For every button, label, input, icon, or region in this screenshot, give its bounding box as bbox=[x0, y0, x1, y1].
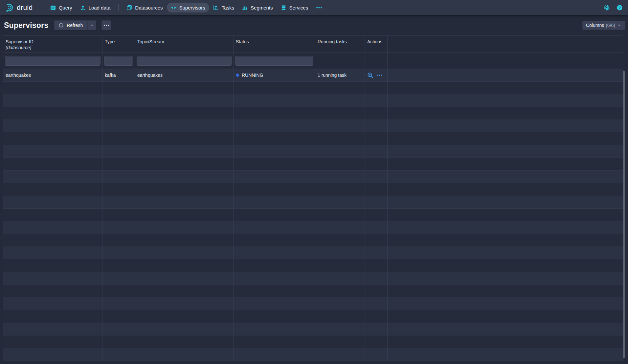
cell-status bbox=[233, 348, 315, 361]
cell-type bbox=[102, 171, 135, 183]
cell-topic-stream bbox=[135, 145, 233, 158]
cell-supervisor-id bbox=[3, 183, 102, 196]
cell-type bbox=[102, 145, 135, 158]
cell-topic-stream bbox=[135, 335, 233, 348]
cell-filler bbox=[387, 272, 623, 285]
cell-supervisor-id[interactable]: earthquakes bbox=[3, 69, 102, 82]
druid-logo[interactable]: druid bbox=[5, 3, 33, 12]
nav-item-label: Services bbox=[289, 5, 308, 11]
settings-button[interactable] bbox=[604, 5, 610, 11]
cell-actions bbox=[365, 171, 387, 183]
nav-right-actions: ? bbox=[604, 5, 623, 11]
cell-supervisor-id bbox=[3, 247, 102, 260]
cell-topic-stream bbox=[135, 323, 233, 336]
nav-item-label: Tasks bbox=[222, 5, 234, 11]
refresh-button[interactable]: Refresh bbox=[54, 20, 87, 30]
columns-button[interactable]: Columns (6/6) bbox=[582, 21, 625, 30]
cell-supervisor-id bbox=[3, 272, 102, 285]
supervisor-id-filter-input[interactable] bbox=[5, 56, 101, 66]
cell-type bbox=[102, 285, 135, 298]
row-more-actions-icon[interactable] bbox=[376, 74, 383, 76]
cell-running-tasks[interactable]: 1 running task bbox=[315, 69, 365, 82]
vertical-scrollbar[interactable] bbox=[623, 71, 625, 358]
nav-item-load-data[interactable]: Load data bbox=[76, 3, 115, 12]
filter-cell bbox=[387, 53, 623, 69]
cell-status bbox=[233, 310, 315, 323]
column-header-type[interactable]: Type bbox=[102, 36, 135, 52]
table-row-earthquakes[interactable]: earthquakes kafka earthquakes RUNNING 1 … bbox=[3, 69, 623, 82]
column-header-topic-stream[interactable]: Topic/Stream bbox=[135, 36, 233, 52]
cell-type bbox=[102, 82, 135, 95]
column-header-running-tasks[interactable]: Running tasks bbox=[315, 36, 365, 52]
columns-label: Columns bbox=[586, 23, 604, 28]
status-filter-input[interactable] bbox=[235, 56, 313, 66]
cell-filler bbox=[387, 323, 623, 336]
topic-stream-filter-input[interactable] bbox=[137, 56, 232, 66]
cell-running-tasks bbox=[315, 310, 365, 323]
cell-filler bbox=[387, 132, 623, 145]
cell-supervisor-id bbox=[3, 285, 102, 298]
nav-item-supervisors[interactable]: Supervisors bbox=[167, 3, 209, 12]
cell-topic-stream bbox=[135, 310, 233, 323]
header-more-button[interactable] bbox=[101, 20, 111, 30]
cell-filler bbox=[387, 145, 623, 158]
nav-item-label: Query bbox=[59, 5, 72, 11]
table-row bbox=[3, 259, 623, 272]
refresh-interval-dropdown[interactable] bbox=[87, 20, 96, 30]
nav-item-segments[interactable]: Segments bbox=[238, 3, 277, 12]
cell-topic-stream bbox=[135, 221, 233, 234]
cell-filler bbox=[387, 69, 623, 82]
nav-item-datasources[interactable]: Datasources bbox=[123, 3, 167, 12]
nav-item-tasks[interactable]: Tasks bbox=[209, 3, 238, 12]
cell-status bbox=[233, 259, 315, 272]
column-header-actions[interactable]: Actions bbox=[365, 36, 387, 52]
cell-status bbox=[233, 285, 315, 298]
column-header-status[interactable]: Status bbox=[233, 36, 315, 52]
gear-icon bbox=[604, 5, 610, 11]
type-filter-input[interactable] bbox=[104, 56, 133, 66]
cell-actions bbox=[365, 183, 387, 196]
cell-topic-stream bbox=[135, 234, 233, 247]
column-header-label: Running tasks bbox=[318, 39, 362, 45]
column-header-supervisor-id[interactable]: Supervisor ID (datasource) bbox=[3, 36, 102, 52]
more-icon bbox=[316, 7, 322, 9]
nav-item-query[interactable]: Query bbox=[46, 3, 76, 12]
table-row bbox=[3, 285, 623, 298]
help-button[interactable]: ? bbox=[617, 5, 623, 11]
table-row bbox=[3, 221, 623, 234]
inspect-payload-icon[interactable] bbox=[367, 72, 373, 78]
eye-icon bbox=[171, 5, 176, 11]
cell-type bbox=[102, 247, 135, 260]
cell-supervisor-id bbox=[3, 82, 102, 95]
column-header-sublabel: (datasource) bbox=[6, 45, 100, 51]
nav-item-services[interactable]: Services bbox=[277, 3, 312, 12]
query-icon bbox=[50, 5, 56, 11]
cell-status[interactable]: RUNNING bbox=[233, 69, 315, 82]
cell-status bbox=[233, 234, 315, 247]
cell-actions bbox=[365, 234, 387, 247]
cell-type bbox=[102, 158, 135, 171]
table-row bbox=[3, 82, 623, 95]
cell-status bbox=[233, 272, 315, 285]
cell-status bbox=[233, 221, 315, 234]
cell-actions bbox=[365, 323, 387, 336]
table-row bbox=[3, 196, 623, 209]
cell-running-tasks bbox=[315, 348, 365, 361]
cell-type[interactable]: kafka bbox=[102, 69, 135, 82]
cell-type bbox=[102, 132, 135, 145]
cell-filler bbox=[387, 234, 623, 247]
table-row bbox=[3, 323, 623, 336]
nav-more-button[interactable] bbox=[312, 3, 326, 12]
filter-row bbox=[3, 53, 623, 69]
cell-actions bbox=[365, 145, 387, 158]
cell-supervisor-id bbox=[3, 259, 102, 272]
cell-running-tasks bbox=[315, 94, 365, 107]
cell-actions bbox=[365, 348, 387, 361]
cell-supervisor-id bbox=[3, 132, 102, 145]
cell-status bbox=[233, 247, 315, 260]
cell-topic-stream bbox=[135, 196, 233, 209]
more-icon bbox=[103, 24, 109, 26]
cell-actions bbox=[365, 247, 387, 260]
column-header-label: Actions bbox=[367, 39, 385, 45]
cell-topic-stream[interactable]: earthquakes bbox=[135, 69, 233, 82]
